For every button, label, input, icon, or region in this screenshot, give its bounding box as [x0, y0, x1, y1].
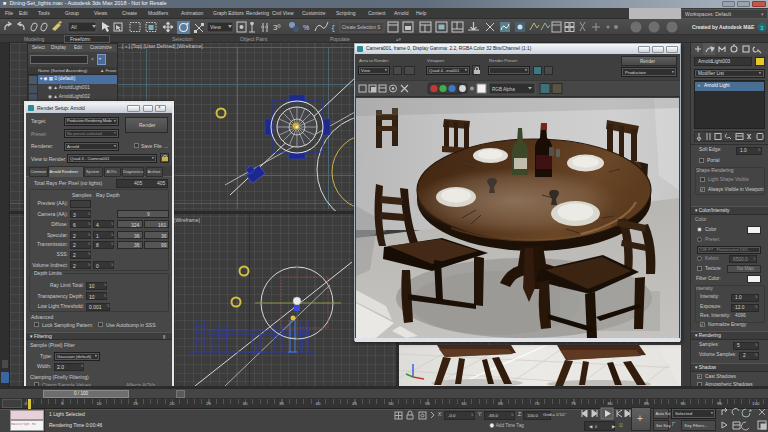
svg-text:All: All: [71, 24, 77, 30]
svg-text:%: %: [303, 24, 309, 31]
svg-text:{: {: [331, 24, 335, 32]
svg-text:View: View: [210, 24, 221, 30]
svg-text:3º: 3º: [273, 23, 280, 32]
svg-text:Created by Autodesk M&E: Created by Autodesk M&E: [692, 24, 755, 30]
svg-text:RGB Alpha: RGB Alpha: [492, 87, 515, 92]
svg-text:Create Selection S: Create Selection S: [342, 25, 380, 30]
